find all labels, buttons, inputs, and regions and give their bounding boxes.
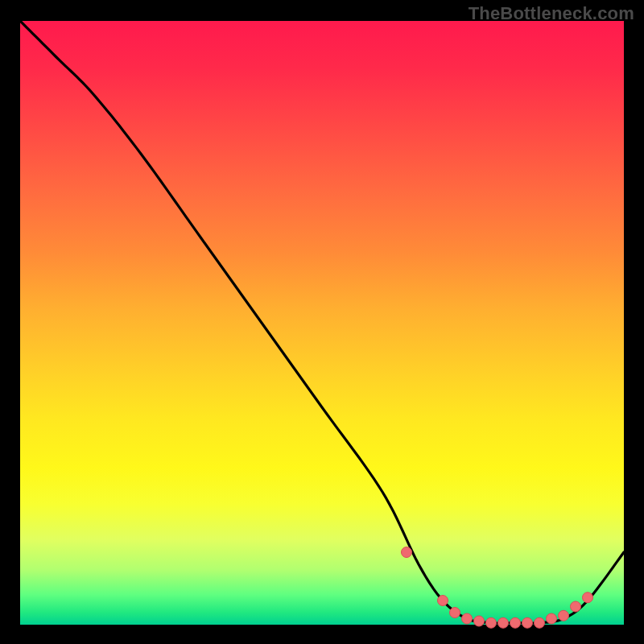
curve-marker — [438, 596, 448, 606]
bottleneck-curve-svg — [20, 21, 624, 625]
curve-marker — [450, 608, 460, 618]
curve-marker — [535, 617, 545, 628]
curve-marker — [510, 617, 521, 628]
chart-frame: TheBottleneck.com — [0, 0, 644, 644]
curve-marker — [571, 601, 581, 612]
curve-markers — [402, 547, 593, 629]
curve-marker — [559, 610, 569, 621]
curve-marker — [462, 613, 473, 624]
curve-marker — [583, 592, 593, 603]
plot-area — [20, 21, 624, 625]
curve-marker — [547, 613, 557, 624]
bottleneck-curve-path — [20, 21, 624, 623]
watermark-text: TheBottleneck.com — [469, 3, 634, 24]
curve-marker — [522, 617, 533, 628]
curve-marker — [498, 617, 509, 628]
curve-marker — [402, 547, 412, 558]
curve-marker — [474, 616, 485, 626]
curve-marker — [486, 617, 497, 628]
